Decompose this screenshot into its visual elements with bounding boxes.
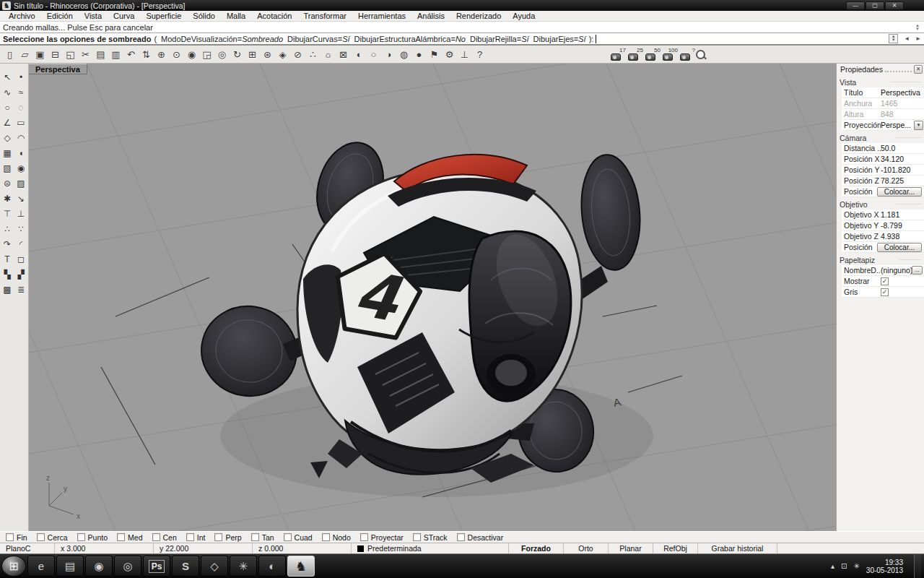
zoom-extents-icon[interactable]: ◎ — [214, 47, 230, 62]
browse-button[interactable]: ... — [912, 266, 923, 275]
copy-icon[interactable]: ▤ — [93, 47, 108, 62]
curve-edit-icon[interactable]: ≈ — [14, 85, 28, 100]
property-row[interactable]: Vista — [837, 77, 924, 87]
platform-icon[interactable]: ≣ — [14, 282, 28, 297]
dimension-icon[interactable]: ⊥ — [457, 47, 472, 62]
taskbar-clock[interactable]: 19:33 30-05-2013 — [866, 558, 907, 574]
property-row[interactable]: Objetivo — [837, 199, 924, 210]
viewport-layout-icon[interactable]: ⊞ — [245, 47, 260, 62]
command-option[interactable]: DibujarEjes=Sí — [533, 35, 586, 43]
duplicate-icon[interactable]: ▞ — [14, 267, 28, 282]
osnap-toggle[interactable]: Nodo — [322, 533, 351, 542]
osnap-toggle[interactable]: Punto — [77, 533, 108, 542]
command-line[interactable]: Seleccione las opciones de sombreado ( M… — [0, 33, 924, 46]
osnap-toggle[interactable]: Proyectar — [360, 533, 404, 542]
menu-item[interactable]: Análisis — [411, 11, 450, 22]
checkbox[interactable] — [214, 533, 222, 541]
ortho-toggle[interactable]: Orto — [564, 543, 609, 553]
control-point-curve-icon[interactable]: ∿ — [1, 85, 14, 100]
named-view-icon[interactable]: ⊛ — [260, 47, 275, 62]
osnap-toggle[interactable]: STrack — [413, 533, 448, 542]
menu-item[interactable]: Acotación — [251, 11, 297, 22]
surface-patch-icon[interactable]: ▦ — [1, 145, 14, 160]
boolean-gear-icon[interactable]: ✱ — [1, 191, 14, 206]
shaded-mode-icon[interactable]: ◑ — [381, 47, 396, 62]
minimize-button[interactable]: — — [846, 1, 865, 10]
cplane-button[interactable]: PlanoC — [0, 543, 55, 553]
lamp-icon[interactable]: ☼ — [321, 47, 336, 62]
property-row[interactable]: Papeltapiz — [837, 254, 924, 265]
twisted-surface-icon[interactable]: ▨ — [14, 176, 28, 191]
osnap-toggle[interactable]: Perp — [214, 533, 241, 542]
paste-icon[interactable]: ▥ — [108, 47, 123, 62]
property-row[interactable]: Proyección Perspe... ▼ Perspe... — [842, 120, 924, 131]
ellipse-icon[interactable]: ◌ — [14, 100, 28, 115]
active-layer[interactable]: Predeterminada — [352, 543, 509, 553]
photoshop-icon[interactable]: Ps — [143, 556, 170, 577]
polygon-icon[interactable]: ◇ — [1, 130, 14, 145]
capture-app-icon[interactable]: S — [172, 556, 199, 577]
cylinder-icon[interactable]: ⊜ — [1, 176, 14, 191]
checkbox[interactable] — [251, 533, 259, 541]
internet-explorer-icon[interactable]: e — [27, 556, 55, 577]
checkbox[interactable] — [117, 533, 125, 541]
osnap-toggle[interactable]: Desactivar — [457, 533, 504, 542]
zoom-dynamic-icon[interactable]: ◉ — [184, 47, 199, 62]
snap-toggle[interactable]: Forzado — [509, 543, 564, 553]
menu-item[interactable]: Superficie — [140, 11, 187, 22]
rectangle-icon[interactable]: ▭ — [14, 115, 28, 130]
command-option[interactable]: DibujarRejilla=Sí — [470, 35, 529, 43]
checkbox[interactable] — [457, 533, 465, 541]
fillet-corner-icon[interactable]: ◜ — [14, 236, 28, 251]
place-button[interactable]: Colocar... — [877, 243, 922, 252]
circle-center-icon[interactable]: ⊘ — [290, 47, 305, 62]
render-size-50-icon[interactable]: 50 — [645, 48, 661, 62]
osnap-toggle[interactable]: Fin — [6, 533, 27, 542]
coord-z[interactable]: z 0.000 — [253, 543, 352, 553]
firefox-icon[interactable]: ◉ — [85, 556, 113, 577]
select-arrow-icon[interactable]: ↖ — [1, 69, 14, 85]
solid-box-icon[interactable]: ▩ — [1, 282, 14, 297]
viewport-tab[interactable]: Perspectiva — [29, 64, 87, 74]
checkbox[interactable] — [152, 533, 160, 541]
sphere-pair-icon[interactable]: ◉ — [14, 160, 28, 176]
palette-app-icon[interactable]: ◐ — [258, 556, 286, 577]
tray-expand-icon[interactable]: ▴ — [831, 562, 834, 570]
axis-tool-icon[interactable]: ⊤ — [1, 206, 14, 221]
property-row[interactable]: NombreD... (ninguno) ... (ninguno) — [842, 265, 924, 276]
render-size-custom-icon[interactable]: ? — [679, 48, 695, 62]
panel-drag-grip[interactable] — [885, 67, 912, 72]
history-scroll-arrows[interactable]: ▲▼ — [915, 24, 921, 31]
checkbox[interactable] — [77, 533, 85, 541]
property-row[interactable]: Posición Colocar... Colocar... — [842, 242, 924, 253]
zoom-icon[interactable]: ⊙ — [169, 47, 184, 62]
open-file-icon[interactable]: ▱ — [17, 47, 32, 62]
osnap-toggle[interactable]: Med — [117, 533, 142, 542]
security-tray-icon[interactable]: ✳ — [853, 562, 859, 570]
property-row[interactable]: Título Perspectiva Perspectiva — [842, 87, 924, 98]
zoom-window-icon[interactable]: ◲ — [199, 47, 214, 62]
move-icon[interactable]: ⊕ — [154, 47, 169, 62]
scale-boxes-icon[interactable]: ◻ — [14, 251, 28, 267]
menu-item[interactable]: Vista — [79, 11, 108, 22]
file-explorer-icon[interactable]: ▤ — [56, 556, 84, 577]
print-icon[interactable]: ⊟ — [48, 47, 63, 62]
point-icon[interactable]: • — [14, 69, 28, 85]
checkbox[interactable] — [37, 533, 45, 541]
circle-icon[interactable]: ○ — [1, 100, 14, 115]
options-gear-icon[interactable]: ⚙ — [442, 47, 457, 62]
menu-item[interactable]: Ayuda — [507, 11, 541, 22]
place-button[interactable]: Colocar... — [877, 187, 922, 197]
cut-icon[interactable]: ✂ — [78, 47, 93, 62]
dropdown-arrow-icon[interactable]: ▼ — [914, 121, 923, 130]
property-row[interactable]: Posición Z 78.225 78.225 — [842, 176, 924, 186]
utility-app-icon[interactable]: ◇ — [201, 556, 228, 577]
export-icon[interactable]: ◱ — [63, 47, 78, 62]
magnifier-icon[interactable] — [694, 48, 707, 61]
property-row[interactable]: Posición Colocar... Colocar... — [842, 186, 924, 197]
command-spinner[interactable]: ▲▼ — [889, 34, 898, 43]
osnap-toggle[interactable]: Int — [186, 533, 206, 542]
network-icon[interactable]: ⊡ — [841, 562, 847, 570]
arc-icon[interactable]: ◠ — [14, 130, 28, 145]
save-file-icon[interactable]: ▣ — [32, 47, 48, 62]
